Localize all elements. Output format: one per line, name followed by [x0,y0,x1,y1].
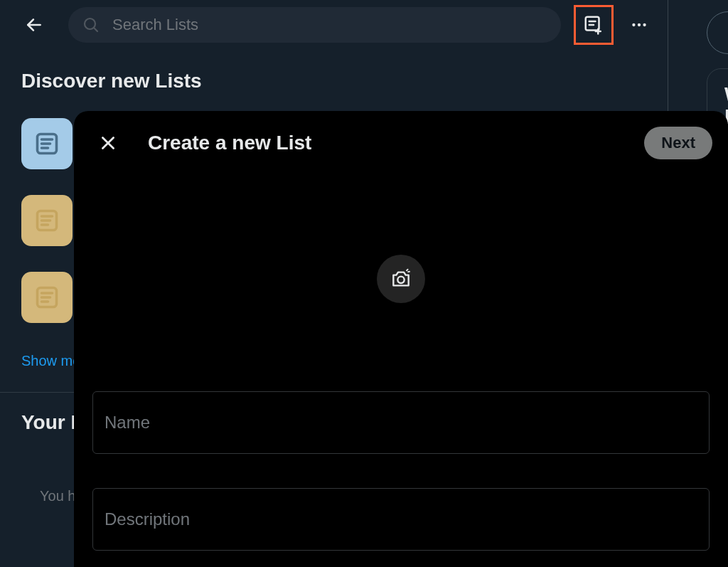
name-label: Name [105,413,150,433]
discover-heading: Discover new Lists [21,70,646,92]
svg-point-25 [397,277,404,283]
list-item[interactable] [21,118,73,169]
create-list-button[interactable] [574,5,614,45]
list-icon [34,285,60,310]
modal-header: Create a new List Next [74,111,728,159]
description-label: Description [105,509,190,529]
svg-point-9 [638,23,641,26]
svg-line-2 [94,28,97,31]
search-input[interactable] [112,16,547,34]
search-bar[interactable] [68,7,561,43]
list-icon [34,131,60,157]
profile-search-circle[interactable] [707,11,728,54]
more-horizontal-icon [630,16,648,34]
close-button[interactable] [94,129,122,157]
back-button[interactable] [20,11,48,39]
topbar [0,0,668,50]
arrow-left-icon [25,16,43,34]
svg-rect-3 [586,17,599,31]
create-list-modal: Create a new List Next Name Description [74,111,728,567]
create-list-form: Name Description [74,391,728,551]
list-icon [34,208,60,233]
description-field[interactable]: Description [92,488,710,551]
close-icon [99,134,117,152]
list-item[interactable] [21,195,73,246]
next-button[interactable]: Next [644,127,712,159]
modal-title: Create a new List [148,132,311,154]
svg-point-8 [632,23,635,26]
name-field[interactable]: Name [92,391,710,454]
list-plus-icon [583,14,604,36]
list-item[interactable] [21,272,73,323]
banner-upload-zone [74,166,728,391]
add-banner-photo-button[interactable] [377,255,425,303]
more-button[interactable] [625,11,653,39]
camera-plus-icon [390,267,412,290]
svg-point-10 [643,23,646,26]
search-icon [82,16,100,33]
